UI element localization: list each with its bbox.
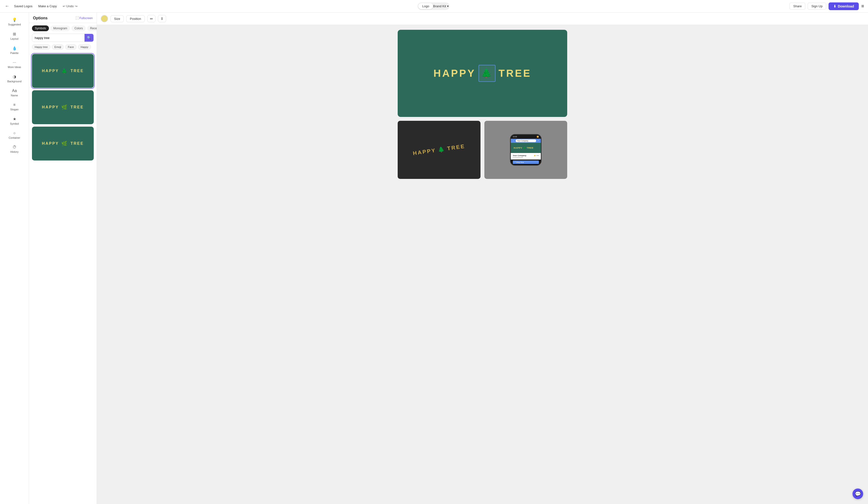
- position-button[interactable]: Position: [126, 15, 145, 22]
- sidebar-item-more-ideas[interactable]: ··· More Ideas: [1, 58, 27, 71]
- logo-card-2[interactable]: HAPPY 🌿 TREE: [32, 90, 94, 124]
- main-logo-text: HAPPY 🌲 TREE: [434, 65, 531, 82]
- sidebar-item-slogan[interactable]: ≡ Slogan: [1, 100, 27, 113]
- phone-status-bar: 10:03 📶: [511, 135, 541, 139]
- fullscreen-icon: ⛶: [75, 17, 79, 20]
- align-icon: ⇕: [161, 17, 164, 21]
- mockup-phone-card: 10:03 📶 ← Your Company ↗ HAP: [484, 121, 567, 179]
- sidebar-item-suggested[interactable]: 💡 Suggested: [1, 15, 27, 28]
- filter-happy-tree[interactable]: Happy tree: [32, 44, 50, 50]
- chevron-down-icon: ▾: [447, 4, 449, 8]
- sidebar-item-layout[interactable]: ⊞ Layout: [1, 29, 27, 43]
- tab-colors[interactable]: Colors: [71, 25, 86, 31]
- phone-screen: HAPPY 🌲 TREE: [511, 143, 541, 153]
- sidebar-item-name[interactable]: Aa Name: [1, 86, 27, 99]
- tree-icon-3: 🌿: [61, 141, 68, 146]
- undo-area: ↩ Undo ↪: [63, 4, 78, 8]
- logo-card-text-2: HAPPY 🌿 TREE: [42, 104, 84, 110]
- logo-card-3[interactable]: HAPPY 🌿 TREE: [32, 127, 94, 160]
- history-icon: ⏱: [13, 145, 17, 149]
- main-tree-icon-box: 🌲: [478, 65, 496, 82]
- logo-brandkit-switcher: Logo Brand Kit ▾: [417, 2, 449, 10]
- back-button[interactable]: ←: [4, 3, 10, 10]
- options-panel: Options ⛶ Fullscreen Symbols Monogram Co…: [29, 13, 97, 504]
- filter-happy[interactable]: Happy: [78, 44, 91, 50]
- logo-card-1[interactable]: HAPPY 🌲 TREE: [32, 54, 94, 88]
- background-icon: ◑: [13, 74, 16, 79]
- download-icon: ⬇: [833, 4, 836, 8]
- search-input[interactable]: [32, 34, 84, 42]
- main-tree-symbol: 🌲: [481, 68, 493, 78]
- canvas-scroll[interactable]: HAPPY 🌲 TREE HAPPY 🌲 TREE: [97, 25, 868, 504]
- phone-like-icon: 👍: [534, 155, 536, 156]
- undo-arrow-icon: ↩: [63, 4, 65, 8]
- phone-logo: HAPPY 🌲 TREE: [513, 145, 539, 151]
- download-button[interactable]: ⬇ Download: [828, 2, 859, 10]
- dark-tree-icon: 🌲: [437, 146, 446, 153]
- align-button[interactable]: ⇕: [158, 15, 166, 22]
- fullscreen-button[interactable]: ⛶ Fullscreen: [75, 17, 93, 20]
- brand-kit-tab[interactable]: Brand Kit ▾: [433, 4, 448, 8]
- options-header: Options ⛶ Fullscreen: [29, 13, 97, 23]
- signal-icon: 📶: [537, 136, 539, 138]
- redo-button[interactable]: ↪: [75, 4, 78, 8]
- sidebar-item-container[interactable]: ○ Container: [1, 128, 27, 141]
- sidebar-item-history[interactable]: ⏱ History: [1, 143, 27, 156]
- main-logo-preview[interactable]: HAPPY 🌲 TREE: [398, 30, 567, 117]
- suggested-icon: 💡: [12, 18, 17, 22]
- main-logo-right: TREE: [498, 67, 531, 79]
- options-tabs: Symbols Monogram Colors Recent: [29, 23, 97, 34]
- signup-button[interactable]: Sign Up: [808, 3, 826, 10]
- options-title: Options: [33, 16, 48, 20]
- phone-shop-button: ↗ Shop Now: [513, 160, 539, 164]
- phone-share-icon: ↗: [537, 140, 539, 142]
- filter-chips: Happy tree Emoji Face Happy: [29, 44, 97, 52]
- main-layout: 💡 Suggested ⊞ Layout 💧 Palette ··· More …: [0, 13, 868, 504]
- chat-bubble[interactable]: 💬: [852, 489, 863, 499]
- color-picker[interactable]: [101, 15, 108, 22]
- filter-emoji[interactable]: Emoji: [52, 44, 64, 50]
- make-copy-button[interactable]: Make a Copy: [36, 3, 59, 9]
- logo-tab[interactable]: Logo: [418, 3, 433, 9]
- tab-symbols[interactable]: Symbols: [32, 25, 49, 31]
- phone-frame: 10:03 📶 ← Your Company ↗ HAP: [510, 134, 541, 166]
- chat-icon: 💬: [855, 491, 861, 497]
- canvas-toolbar: Size Position ⇔ ⇕: [97, 13, 868, 25]
- mockup-row: HAPPY 🌲 TREE 10:03 📶 ←: [398, 121, 567, 179]
- symbol-icon: ★: [13, 117, 16, 121]
- share-button[interactable]: Share: [789, 3, 805, 10]
- flip-button[interactable]: ⇔: [147, 15, 155, 22]
- menu-button[interactable]: ≡: [861, 3, 864, 9]
- layout-icon: ⊞: [13, 32, 16, 36]
- tab-recent[interactable]: Recent: [87, 25, 97, 31]
- nav-left: ← Saved Logos Make a Copy ↩ Undo ↪: [4, 3, 78, 10]
- undo-button[interactable]: ↩ Undo: [63, 4, 74, 8]
- nav-right: Share Sign Up ⬇ Download ≡: [789, 2, 864, 10]
- sidebar-item-symbol[interactable]: ★ Symbol: [1, 114, 27, 128]
- search-bar: 🔍: [32, 34, 94, 42]
- phone-search-bar-area: ← Your Company ↗: [511, 139, 541, 143]
- phone-share-link-icon: ↗: [514, 161, 516, 163]
- logo-card-text-3: HAPPY 🌿 TREE: [42, 141, 84, 146]
- phone-back-icon: ←: [513, 140, 515, 142]
- mockup-dark-inner: HAPPY 🌲 TREE: [412, 143, 465, 157]
- flip-icon: ⇔: [150, 17, 153, 21]
- tree-icon-2: 🌿: [61, 104, 68, 110]
- container-icon: ○: [13, 131, 16, 135]
- sidebar-item-palette[interactable]: 💧 Palette: [1, 44, 27, 57]
- search-button[interactable]: 🔍: [84, 34, 93, 42]
- top-nav: ← Saved Logos Make a Copy ↩ Undo ↪ Logo …: [0, 0, 868, 13]
- phone-company-card: 👍 Like Your Company Product/Service: [511, 153, 541, 159]
- palette-icon: 💧: [12, 46, 17, 51]
- saved-logos-link[interactable]: Saved Logos: [14, 4, 32, 8]
- main-logo-left: HAPPY: [434, 67, 476, 79]
- phone-tree-icon: 🌲: [523, 147, 526, 149]
- sidebar-item-background[interactable]: ◑ Background: [1, 72, 27, 85]
- logo-grid: HAPPY 🌲 TREE HAPPY 🌿 TREE HAPPY 🌿 TRE: [29, 52, 97, 162]
- mockup-dark-card: HAPPY 🌲 TREE: [398, 121, 480, 179]
- tab-monogram[interactable]: Monogram: [50, 25, 70, 31]
- filter-face[interactable]: Face: [65, 44, 76, 50]
- phone-search-bar: Your Company: [516, 139, 536, 142]
- slogan-icon: ≡: [13, 103, 16, 107]
- size-button[interactable]: Size: [111, 15, 124, 22]
